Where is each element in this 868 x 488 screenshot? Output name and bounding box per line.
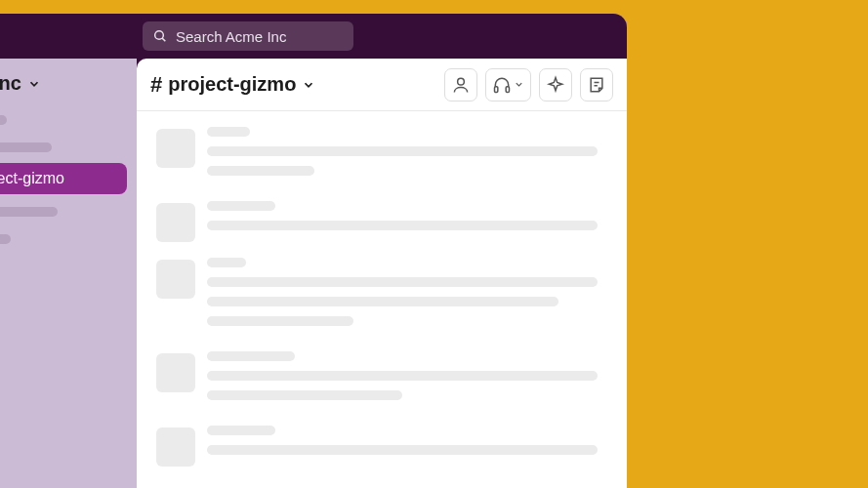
canvas-button[interactable] [580,68,613,102]
sparkle-icon [546,75,565,95]
person-icon [451,75,471,95]
workspace-name: Inc [0,72,21,95]
app-window: Search Acme Inc Inc ject-gizmo [0,14,627,488]
avatar-skeleton [156,353,195,392]
sidebar-item-label: ject-gizmo [0,170,64,187]
sidebar-item-project-gizmo[interactable]: ject-gizmo [0,163,127,194]
message-skeleton [156,414,613,470]
message-skeleton [156,115,613,189]
chevron-down-icon [27,77,41,91]
svg-point-2 [458,78,465,85]
hash-icon: # [150,72,162,98]
topbar: Search Acme Inc [0,14,627,59]
body-row: Inc ject-gizmo # project-gizmo [0,59,627,488]
avatar-skeleton [156,129,195,168]
message-skeleton [156,340,613,414]
avatar-skeleton [156,260,195,299]
sidebar-skeleton [0,115,7,125]
headphones-icon [492,75,512,95]
ai-button[interactable] [539,68,572,102]
huddle-button[interactable] [485,68,531,102]
sidebar-skeleton [0,234,11,244]
workspace-switcher[interactable]: Inc [0,72,137,108]
sidebar-skeleton [0,207,58,217]
message-skeleton [156,246,613,340]
sidebar: Inc ject-gizmo [0,59,137,488]
svg-rect-4 [506,86,509,92]
members-button[interactable] [444,68,477,102]
chevron-down-icon [514,79,524,90]
search-placeholder: Search Acme Inc [176,28,286,45]
channel-name: project-gizmo [168,73,296,96]
avatar-skeleton [156,203,195,242]
channel-header: # project-gizmo [137,59,627,111]
avatar-skeleton [156,427,195,467]
sidebar-skeleton [0,142,52,152]
main-pane: # project-gizmo [137,59,627,488]
search-input[interactable]: Search Acme Inc [143,21,353,51]
svg-line-1 [162,38,165,41]
message-skeleton [156,189,613,246]
search-icon [152,28,168,44]
svg-rect-3 [495,86,498,92]
note-icon [587,75,606,95]
message-list [137,111,627,488]
svg-point-0 [155,31,164,40]
chevron-down-icon [302,78,315,92]
channel-title-button[interactable]: # project-gizmo [150,72,315,98]
